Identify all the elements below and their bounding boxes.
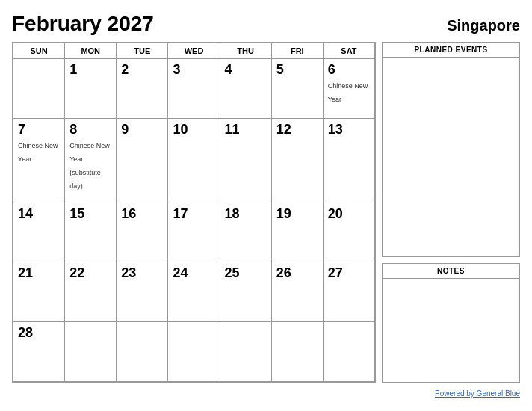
calendar-cell: 8Chinese New Year (substitute day)	[65, 118, 117, 203]
calendar-cell: 14	[13, 203, 65, 262]
event-label: Chinese New Year	[18, 142, 58, 163]
dow-header-tue: TUE	[117, 43, 168, 59]
day-number: 18	[225, 206, 267, 222]
dow-header-sat: SAT	[323, 43, 374, 59]
calendar-week-4: 28	[13, 322, 375, 382]
calendar-cell	[168, 322, 220, 382]
day-number: 22	[69, 265, 111, 281]
calendar-cell: 9	[117, 118, 168, 203]
dow-header-wed: WED	[168, 43, 220, 59]
calendar-cell: 17	[168, 203, 220, 262]
day-number: 27	[328, 265, 370, 281]
day-number: 13	[328, 122, 370, 137]
powered-by-link[interactable]: Powered by General Blue	[435, 389, 520, 398]
day-number: 10	[173, 122, 214, 137]
calendar-cell: 19	[271, 203, 323, 262]
calendar-cell: 20	[323, 203, 374, 262]
calendar-week-3: 21222324252627	[13, 262, 375, 322]
month-year-title: February 2027	[12, 12, 154, 36]
days-of-week-row: SUNMONTUEWEDTHUFRISAT	[13, 43, 375, 59]
calendar-week-1: 7Chinese New Year8Chinese New Year (subs…	[13, 118, 375, 203]
notes-box: NOTES	[382, 263, 520, 383]
dow-header-fri: FRI	[271, 43, 323, 59]
calendar-cell: 23	[117, 262, 168, 322]
calendar-cell: 6Chinese New Year	[323, 59, 374, 119]
day-number: 15	[69, 206, 111, 222]
day-number: 12	[276, 122, 318, 137]
calendar-cell	[117, 322, 168, 382]
day-number: 28	[18, 325, 60, 341]
day-number: 2	[121, 62, 163, 78]
calendar-cell: 24	[168, 262, 220, 322]
calendar-body: 123456Chinese New Year7Chinese New Year8…	[13, 59, 375, 382]
planned-events-header: PLANNED EVENTS	[383, 43, 519, 58]
day-number: 24	[173, 265, 214, 281]
calendar-cell	[271, 322, 323, 382]
calendar-cell: 16	[117, 203, 168, 262]
calendar-cell: 11	[220, 118, 271, 203]
day-number: 8	[69, 122, 111, 137]
event-label: Chinese New Year (substitute day)	[69, 142, 110, 190]
calendar-cell: 22	[65, 262, 117, 322]
day-number: 26	[276, 265, 318, 281]
day-number: 5	[276, 62, 318, 78]
right-section: PLANNED EVENTS NOTES	[382, 42, 520, 383]
day-number: 20	[328, 206, 370, 222]
day-number: 4	[225, 62, 267, 78]
calendar-header: February 2027 Singapore	[12, 12, 520, 36]
calendar-cell: 5	[271, 59, 323, 119]
calendar-cell: 12	[271, 118, 323, 203]
main-content: SUNMONTUEWEDTHUFRISAT 123456Chinese New …	[12, 42, 520, 383]
calendar-grid: SUNMONTUEWEDTHUFRISAT 123456Chinese New …	[13, 43, 375, 382]
day-number: 9	[121, 122, 163, 137]
calendar-cell	[220, 322, 271, 382]
day-number: 3	[173, 62, 214, 78]
calendar-cell: 18	[220, 203, 271, 262]
calendar-cell: 13	[323, 118, 374, 203]
calendar-cell: 7Chinese New Year	[13, 118, 65, 203]
dow-header-mon: MON	[65, 43, 117, 59]
planned-events-box: PLANNED EVENTS	[382, 42, 520, 257]
calendar-cell	[323, 322, 374, 382]
day-number: 1	[69, 62, 111, 78]
calendar-week-2: 14151617181920	[13, 203, 375, 262]
dow-header-thu: THU	[220, 43, 271, 59]
calendar-cell	[65, 322, 117, 382]
day-number: 25	[225, 265, 267, 281]
day-number: 14	[18, 206, 60, 222]
dow-header-sun: SUN	[13, 43, 65, 59]
calendar-page: February 2027 Singapore SUNMONTUEWEDTHUF…	[0, 0, 532, 411]
notes-content	[383, 279, 519, 377]
calendar-cell: 4	[220, 59, 271, 119]
day-number: 19	[276, 206, 318, 222]
notes-header: NOTES	[383, 264, 519, 279]
day-number: 21	[18, 265, 60, 281]
day-number: 7	[18, 122, 60, 137]
calendar-cell: 2	[117, 59, 168, 119]
calendar-cell	[13, 59, 65, 119]
footer: Powered by General Blue	[12, 383, 520, 399]
event-label: Chinese New Year	[328, 82, 368, 103]
day-number: 17	[173, 206, 214, 222]
calendar-cell: 10	[168, 118, 220, 203]
calendar-cell: 3	[168, 59, 220, 119]
day-number: 11	[225, 122, 267, 137]
calendar-cell: 26	[271, 262, 323, 322]
calendar-cell: 1	[65, 59, 117, 119]
planned-events-content	[383, 58, 519, 252]
country-title: Singapore	[447, 17, 520, 34]
calendar-cell: 27	[323, 262, 374, 322]
calendar-cell: 15	[65, 203, 117, 262]
calendar-cell: 28	[13, 322, 65, 382]
day-number: 23	[121, 265, 163, 281]
calendar-section: SUNMONTUEWEDTHUFRISAT 123456Chinese New …	[12, 42, 376, 383]
calendar-cell: 21	[13, 262, 65, 322]
day-number: 16	[121, 206, 163, 222]
calendar-cell: 25	[220, 262, 271, 322]
day-number: 6	[328, 62, 370, 78]
calendar-week-0: 123456Chinese New Year	[13, 59, 375, 119]
